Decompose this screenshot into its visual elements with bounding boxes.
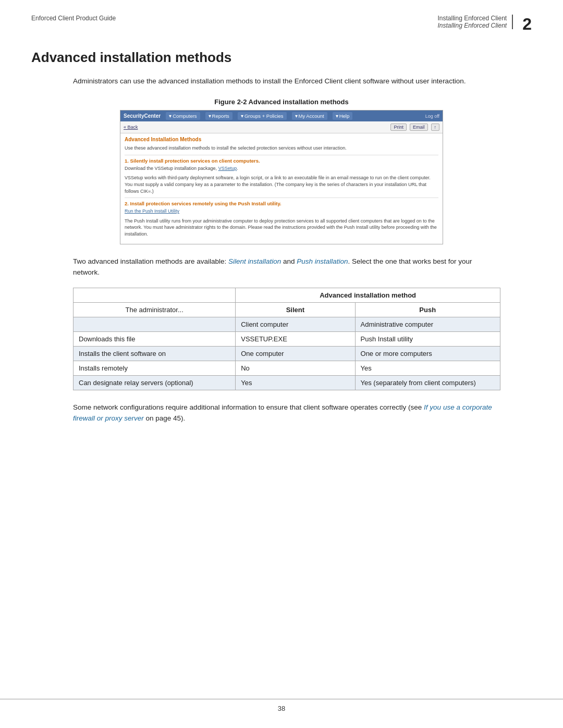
- td-silent: No: [236, 361, 355, 375]
- sc-toolbar: « Back Print Email ↑: [120, 121, 443, 133]
- td-silent: Client computer: [236, 317, 355, 331]
- sc-step2-desc: The Push Install utility runs from your …: [125, 218, 438, 238]
- sc-email-btn: Email: [410, 124, 428, 131]
- header-left-label: Enforced Client Product Guide: [31, 15, 116, 22]
- sc-section-desc: Use these advanced installation methods …: [125, 145, 438, 152]
- sc-print-btn: Print: [390, 124, 407, 131]
- sc-toolbar-right: Print Email ↑: [390, 124, 439, 131]
- comparison-table: Advanced installation method The adminis…: [73, 288, 500, 390]
- table-row: Downloads this fileVSSETUP.EXEPush Insta…: [74, 331, 500, 346]
- sc-step1-title: 1. Silently install protection services …: [125, 158, 438, 164]
- sc-nav-help: ▾ Help: [333, 112, 353, 120]
- header-right: Installing Enforced Client Installing En…: [437, 15, 532, 34]
- para-text-before: Two advanced installation methods are av…: [73, 257, 228, 265]
- td-push: Push Install utility: [355, 331, 500, 346]
- bottom-text-after: on page 45).: [144, 414, 186, 422]
- td-silent: One computer: [236, 346, 355, 361]
- sc-nav-account: ▾ My Account: [292, 112, 327, 120]
- td-silent: Yes: [236, 375, 355, 390]
- para-text-mid: and: [281, 257, 297, 265]
- sc-nav-groups: ▾ Groups + Policies: [238, 112, 287, 120]
- intro-paragraph: Administrators can use the advanced inst…: [73, 76, 500, 87]
- sc-section-title: Advanced Installation Methods: [125, 137, 438, 142]
- td-push: One or more computers: [355, 346, 500, 361]
- sc-extra-btn: ↑: [431, 124, 440, 131]
- td-push: Yes (separately from client computers): [355, 375, 500, 390]
- sc-nav-reports: ▾ Reports: [205, 112, 232, 120]
- page-header: Enforced Client Product Guide Installing…: [0, 0, 563, 34]
- td-admin-label: Downloads this file: [74, 331, 236, 346]
- sc-nav-computers: ▾ Computers: [166, 112, 200, 120]
- main-content: Advanced installation methods Administra…: [0, 34, 563, 471]
- page-number: 38: [278, 705, 285, 712]
- two-col-paragraph: Two advanced installation methods are av…: [73, 256, 500, 278]
- screenshot-figure: SecurityCenter ▾ Computers ▾ Reports ▾ G…: [120, 110, 443, 244]
- chapter-subtitle: Installing Enforced Client: [437, 22, 507, 29]
- td-push: Administrative computer: [355, 317, 500, 331]
- td-admin-label: Can designate relay servers (optional): [74, 375, 236, 390]
- th-admin-label: The administrator...: [74, 302, 236, 317]
- td-push: Yes: [355, 361, 500, 375]
- silent-install-link[interactable]: Silent installation: [228, 257, 281, 265]
- bottom-text-before: Some network configurations require addi…: [73, 403, 424, 411]
- th-method-header: Advanced installation method: [236, 288, 500, 302]
- td-admin-label: Installs the client software on: [74, 346, 236, 361]
- table-row: Installs the client software onOne compu…: [74, 346, 500, 361]
- table-row: Can designate relay servers (optional)Ye…: [74, 375, 500, 390]
- sc-step1-desc1: Download the VSSetup installation packag…: [125, 165, 438, 172]
- bottom-paragraph: Some network configurations require addi…: [73, 402, 500, 424]
- td-silent: VSSETUP.EXE: [236, 331, 355, 346]
- th-admin: [74, 288, 236, 302]
- figure-caption: Figure 2-2 Advanced installation methods: [31, 98, 532, 106]
- td-admin-label: Installs remotely: [74, 361, 236, 375]
- th-silent: Silent: [236, 302, 355, 317]
- push-install-link[interactable]: Push installation: [297, 257, 348, 265]
- sc-navbar: SecurityCenter ▾ Computers ▾ Reports ▾ G…: [120, 110, 443, 121]
- sc-back-link: « Back: [124, 125, 138, 130]
- chapter-number: 2: [522, 15, 532, 34]
- sc-step2-title: 2. Install protection services remotely …: [125, 201, 438, 206]
- sc-vssetup-link: VSSetup: [218, 166, 237, 171]
- table-row: Client computerAdministrative computer: [74, 317, 500, 331]
- chapter-main-title: Installing Enforced Client: [437, 15, 507, 22]
- sc-push-install-link: Run the Push Install Utility: [125, 208, 179, 214]
- table-row: Installs remotelyNoYes: [74, 361, 500, 375]
- page-title: Advanced installation methods: [31, 50, 532, 66]
- td-admin-label: [74, 317, 236, 331]
- sc-logout: Log off: [425, 114, 439, 119]
- installation-methods-table: Advanced installation method The adminis…: [73, 288, 500, 390]
- guide-title: Enforced Client Product Guide: [31, 15, 116, 22]
- page-footer: 38: [0, 699, 563, 712]
- sc-step1-desc2: VSSetup works with third-party deploymen…: [125, 175, 438, 194]
- sc-brand: SecurityCenter: [124, 113, 161, 119]
- sc-step2-link: Run the Push Install Utility: [125, 208, 438, 215]
- th-push: Push: [355, 302, 500, 317]
- sc-body: Advanced Installation Methods Use these …: [120, 133, 443, 243]
